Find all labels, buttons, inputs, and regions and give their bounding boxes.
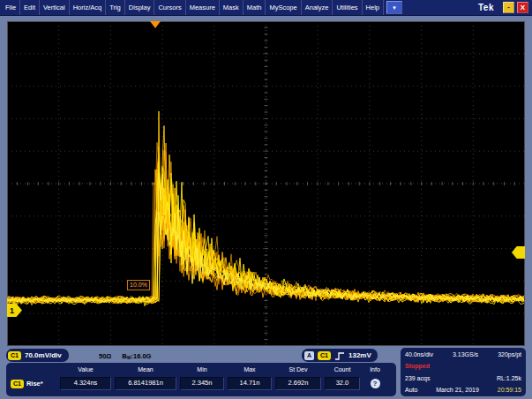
menu-item-help[interactable]: Help <box>363 0 384 15</box>
column-header-count: Count <box>323 366 362 373</box>
measurement-label: C1 Rise* <box>9 380 58 388</box>
menu-item-display[interactable]: Display <box>125 0 155 15</box>
channel1-marker-label: 1 <box>10 306 14 315</box>
menu-item-vertical[interactable]: Vertical <box>40 0 70 15</box>
menu-item-analyze[interactable]: Analyze <box>302 0 333 15</box>
trigger-readout[interactable]: A C1 132mV <box>302 349 378 362</box>
measurement-table: Value Mean Min Max St Dev Count Info C1 … <box>6 363 396 396</box>
measurement-min-cell: 2.345n <box>180 377 224 390</box>
measurement-value-cell: 4.324ns <box>60 377 111 390</box>
acquisition-status: Stopped <box>405 363 521 369</box>
info-icon[interactable]: ? <box>371 379 380 388</box>
date-value: March 21, 2019 <box>436 387 479 393</box>
channel1-readout[interactable]: C1 70.0mV/div <box>6 349 69 362</box>
reference-level-label: 10.0% <box>127 280 150 290</box>
menu-dropdown-button[interactable]: ▼ <box>386 1 402 14</box>
rising-edge-icon <box>334 351 345 360</box>
measurement-mean-cell: 6.8141981n <box>115 377 176 390</box>
column-header-value: Value <box>58 366 113 373</box>
menu-item-horiz-acq[interactable]: Horiz/Acq <box>70 0 107 15</box>
time-value: 20:59:15 <box>498 387 521 393</box>
oscilloscope-window: FileEditVerticalHoriz/AcqTrigDisplayCurs… <box>0 0 532 399</box>
graticule-screen: 10.0% 1 <box>7 21 525 346</box>
trigger-mode: Auto <box>405 387 417 393</box>
measurement-max-cell: 14.71n <box>228 377 272 390</box>
chevron-down-icon: ▼ <box>392 5 397 11</box>
record-length: RL:1.25k <box>497 375 521 381</box>
channel1-coupling-readout: 50Ω BW:16.0G <box>99 352 151 360</box>
timebase-value: 40.0ns/div <box>405 351 433 358</box>
trigger-source-badge: C1 <box>318 351 331 360</box>
column-header-max: Max <box>226 366 273 373</box>
measurement-channel-badge: C1 <box>11 380 24 388</box>
channel1-impedance: 50Ω <box>99 352 111 360</box>
channel1-scale: 70.0mV/div <box>25 351 62 359</box>
close-button[interactable]: X <box>517 2 528 13</box>
column-header-min: Min <box>178 366 226 373</box>
menu-item-cursors[interactable]: Cursors <box>154 0 185 15</box>
acquisition-readout: 40.0ns/div 3.13GS/s 320ps/pt Stopped 239… <box>401 348 526 396</box>
sample-rate-value: 3.13GS/s <box>453 351 478 358</box>
menu-item-edit[interactable]: Edit <box>20 0 40 15</box>
column-header-mean: Mean <box>113 366 178 373</box>
trigger-level-value: 132mV <box>348 351 371 359</box>
menu-item-file[interactable]: File <box>2 0 20 15</box>
acquisition-count: 239 acqs <box>405 375 430 381</box>
column-header-info: Info <box>362 366 388 373</box>
column-header-stdev: St Dev <box>273 366 323 373</box>
menu-item-mask[interactable]: Mask <box>220 0 244 15</box>
menu-item-myscope[interactable]: MyScope <box>266 0 301 15</box>
menu-item-math[interactable]: Math <box>244 0 266 15</box>
measurement-count-cell: 32.0 <box>325 377 360 390</box>
measurement-row[interactable]: C1 Rise* 4.324ns 6.8141981n 2.345n 14.71… <box>9 374 393 393</box>
channel1-badge: C1 <box>8 351 21 360</box>
measurement-name: Rise* <box>26 380 43 388</box>
trigger-a-badge: A <box>304 351 314 360</box>
status-bar: C1 70.0mV/div 50Ω BW:16.0G A C1 132mV 40… <box>0 346 532 399</box>
menu-item-measure[interactable]: Measure <box>186 0 220 15</box>
resolution-value: 320ps/pt <box>498 351 521 358</box>
menu-items: FileEditVerticalHoriz/AcqTrigDisplayCurs… <box>2 0 384 15</box>
minimize-button[interactable]: - <box>503 2 514 13</box>
waveform-display <box>7 21 525 346</box>
channel1-bandwidth: BW:16.0G <box>122 352 151 360</box>
menu-bar: FileEditVerticalHoriz/AcqTrigDisplayCurs… <box>0 0 532 16</box>
menu-item-trig[interactable]: Trig <box>106 0 125 15</box>
measurement-table-header: Value Mean Min Max St Dev Count Info <box>9 365 393 374</box>
menu-item-utilities[interactable]: Utilities <box>333 0 362 15</box>
tek-logo: Tek <box>478 3 494 12</box>
trigger-position-marker[interactable] <box>150 21 161 28</box>
measurement-stdev-cell: 2.692n <box>275 377 321 390</box>
